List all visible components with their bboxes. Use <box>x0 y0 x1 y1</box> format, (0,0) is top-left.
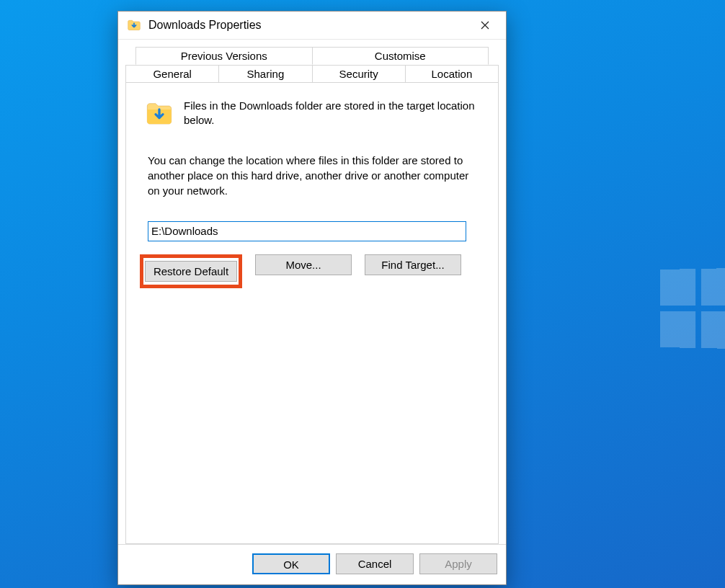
window-title: Downloads Properties <box>148 19 468 32</box>
highlight-annotation: Restore Default <box>140 254 242 288</box>
location-path-input[interactable] <box>148 221 466 241</box>
cancel-button[interactable]: Cancel <box>336 553 414 574</box>
downloads-folder-icon <box>127 18 141 32</box>
dialog-button-row: OK Cancel Apply <box>118 544 506 584</box>
tab-location[interactable]: Location <box>406 65 499 83</box>
tab-sharing[interactable]: Sharing <box>219 65 312 83</box>
ok-button[interactable]: OK <box>252 553 330 574</box>
intro-text: Files in the Downloads folder are stored… <box>184 99 479 128</box>
find-target-button[interactable]: Find Target... <box>365 254 461 275</box>
tab-panel-location: Files in the Downloads folder are stored… <box>125 83 499 544</box>
move-button[interactable]: Move... <box>255 254 352 275</box>
apply-button[interactable]: Apply <box>419 553 497 574</box>
tab-strip: Previous Versions Customise General Shar… <box>125 47 499 83</box>
restore-default-button[interactable]: Restore Default <box>145 261 237 282</box>
tab-customise[interactable]: Customise <box>313 47 489 65</box>
tab-previous-versions[interactable]: Previous Versions <box>135 47 313 65</box>
windows-logo <box>660 268 725 349</box>
downloads-large-icon <box>145 99 174 128</box>
description-text: You can change the location where files … <box>148 153 479 198</box>
properties-dialog: Downloads Properties Previous Versions C… <box>117 11 507 585</box>
title-bar[interactable]: Downloads Properties <box>118 12 506 40</box>
tab-security[interactable]: Security <box>313 65 406 83</box>
tab-general[interactable]: General <box>125 65 219 83</box>
close-icon <box>481 21 489 30</box>
close-button[interactable] <box>468 14 502 36</box>
